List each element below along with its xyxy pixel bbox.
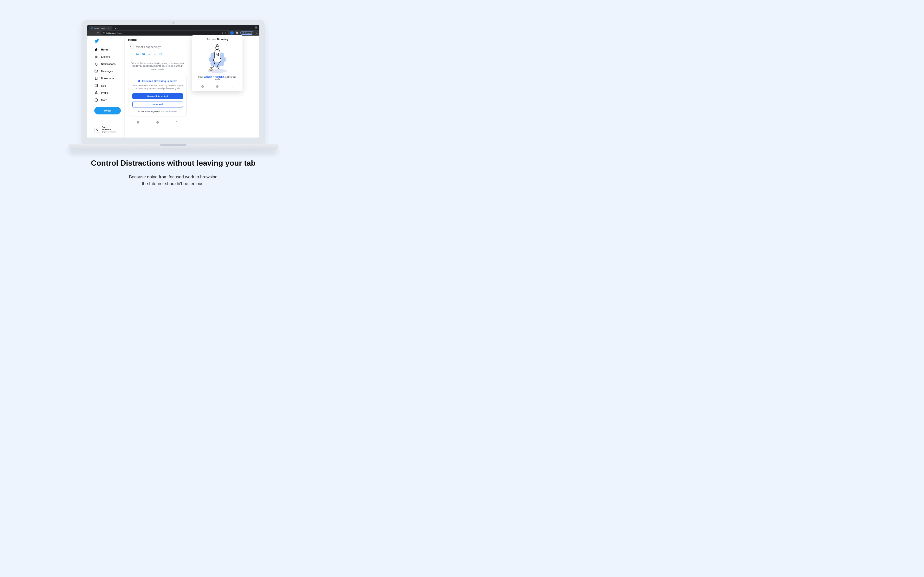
verified-icon xyxy=(138,80,141,82)
focus-toggle-icon[interactable] xyxy=(176,121,179,124)
window-close-icon[interactable]: × xyxy=(255,26,257,29)
extension-popup-footer: ? xyxy=(192,83,242,89)
help-icon[interactable]: ? xyxy=(156,121,159,124)
browser-toolbar: ← → ⟳ twitter.com/home ⇪ ☆ xyxy=(87,30,259,35)
sidebar-item-profile[interactable]: Profile xyxy=(94,89,123,96)
svg-rect-16 xyxy=(137,122,138,123)
twitter-favicon-icon xyxy=(91,27,93,29)
hero-subtitle: Because going from focused work to brows… xyxy=(0,174,347,187)
compose-box[interactable]: What's happening? xyxy=(128,45,187,50)
sidebar-item-home[interactable]: Home xyxy=(94,46,123,53)
svg-point-10 xyxy=(137,53,137,54)
sidebar-item-label: Notifications xyxy=(101,63,115,65)
browser-tab[interactable]: Home / Twitter × xyxy=(89,26,112,30)
account-name: Grey Software xyxy=(102,126,116,131)
svg-point-25 xyxy=(216,46,219,50)
sidebar-item-notifications[interactable]: Notifications xyxy=(94,61,123,67)
main-column: Home What's happening? GIF xyxy=(124,35,191,137)
svg-point-8 xyxy=(97,100,97,100)
focus-card-subtitle: We've hidden this website's distracting … xyxy=(132,84,183,90)
extension-popup-title: Focused Browsing xyxy=(195,38,239,40)
compose-icon-row: GIF xyxy=(136,53,187,56)
twitter-logo-icon[interactable] xyxy=(94,39,123,44)
show-feed-button[interactable]: Show feed xyxy=(132,101,183,108)
focus-card: Focused Browsing is active We've hidden … xyxy=(129,75,186,116)
sidebar-item-label: Lists xyxy=(101,84,107,87)
extension-popup-hint: Press LeftShift + RightShift to show/hid… xyxy=(195,76,239,81)
compose-image-icon[interactable] xyxy=(136,53,139,56)
extension-popup: Focused Browsing xyxy=(192,35,242,91)
sidebar-item-explore[interactable]: Explore xyxy=(94,53,123,60)
quote-author: - Ruth Reichl xyxy=(131,68,185,71)
lock-icon xyxy=(103,32,105,34)
sidebar-item-label: More xyxy=(101,98,107,102)
compose-avatar-icon xyxy=(128,45,134,50)
kebab-menu-icon[interactable]: ⋮ xyxy=(255,32,257,34)
info-icon[interactable] xyxy=(201,85,204,89)
back-icon[interactable]: ← xyxy=(89,32,91,34)
svg-rect-9 xyxy=(137,53,139,55)
account-switcher[interactable]: Grey Software @grey_software ⋯ xyxy=(94,125,123,135)
svg-point-4 xyxy=(95,92,97,93)
sidebar-item-label: Profile xyxy=(101,91,108,94)
compose-schedule-icon[interactable] xyxy=(159,53,162,56)
sidebar: Home Explore Notifications Messages xyxy=(87,35,124,137)
sidebar-item-label: Home xyxy=(101,48,108,51)
compose-emoji-icon[interactable] xyxy=(153,53,157,56)
star-icon[interactable]: ☆ xyxy=(225,32,226,34)
tab-title: Home / Twitter xyxy=(94,27,107,29)
tab-close-icon[interactable]: × xyxy=(108,27,109,29)
focus-card-footer: ? xyxy=(128,121,187,124)
motivational-quote: "One of the secrets to staying young is … xyxy=(131,62,185,71)
tabbar: Home / Twitter × ＋ × xyxy=(87,25,259,30)
svg-rect-14 xyxy=(160,53,162,55)
page-title: Home xyxy=(128,38,187,42)
share-icon[interactable]: ⇪ xyxy=(221,32,223,34)
address-bar[interactable]: twitter.com/home ⇪ ☆ xyxy=(101,31,228,35)
svg-point-13 xyxy=(154,53,156,55)
info-icon[interactable] xyxy=(136,121,139,124)
focus-card-title: Focused Browsing is active xyxy=(132,80,183,82)
compose-poll-icon[interactable] xyxy=(148,53,151,56)
browser-window: Home / Twitter × ＋ × ← → ⟳ twitter.com/h… xyxy=(87,25,259,137)
compose-placeholder: What's happening? xyxy=(136,45,161,49)
svg-text:GIF: GIF xyxy=(143,54,144,55)
url-path: /home xyxy=(117,32,122,34)
reload-icon[interactable]: ⟳ xyxy=(97,32,99,34)
sidebar-item-label: Bookmarks xyxy=(101,77,114,80)
support-project-button[interactable]: Support this project xyxy=(132,93,183,99)
account-more-icon[interactable]: ⋯ xyxy=(118,128,123,132)
paused-label: Paused xyxy=(245,32,252,34)
sidebar-item-more[interactable]: More xyxy=(94,97,123,103)
compose-gif-icon[interactable]: GIF xyxy=(142,53,145,56)
account-avatar-icon xyxy=(94,127,100,133)
svg-rect-0 xyxy=(103,33,105,34)
extension-illustration xyxy=(200,43,234,74)
extension-focused-icon[interactable] xyxy=(230,31,234,35)
new-tab-button[interactable]: ＋ xyxy=(113,27,118,30)
url-domain: twitter.com xyxy=(107,32,115,34)
svg-point-26 xyxy=(216,45,218,47)
sidebar-item-label: Explore xyxy=(101,55,110,58)
profile-paused-button[interactable]: Paused xyxy=(241,31,254,35)
quote-text: "One of the secrets to staying young is … xyxy=(131,62,185,67)
svg-point-6 xyxy=(95,100,96,100)
forward-icon[interactable]: → xyxy=(93,32,95,34)
hero-title: Control Distractions without leaving you… xyxy=(0,159,347,168)
hero: Control Distractions without leaving you… xyxy=(0,159,347,187)
svg-point-1 xyxy=(243,32,244,33)
extensions-icon[interactable] xyxy=(236,31,239,35)
svg-text:?: ? xyxy=(157,121,158,123)
svg-point-7 xyxy=(96,100,96,100)
account-handle: @grey_software xyxy=(102,131,116,133)
svg-text:?: ? xyxy=(217,86,218,87)
focus-card-hint: Or LeftShift + RightShift to show/hide f… xyxy=(132,110,183,113)
sidebar-item-label: Messages xyxy=(101,70,113,73)
focus-toggle-icon[interactable] xyxy=(231,85,233,89)
sidebar-item-lists[interactable]: Lists xyxy=(94,82,123,89)
sidebar-item-messages[interactable]: Messages xyxy=(94,68,123,74)
tweet-button[interactable]: Tweet xyxy=(94,107,121,114)
sidebar-item-bookmarks[interactable]: Bookmarks xyxy=(94,75,123,82)
help-icon[interactable]: ? xyxy=(216,85,219,89)
